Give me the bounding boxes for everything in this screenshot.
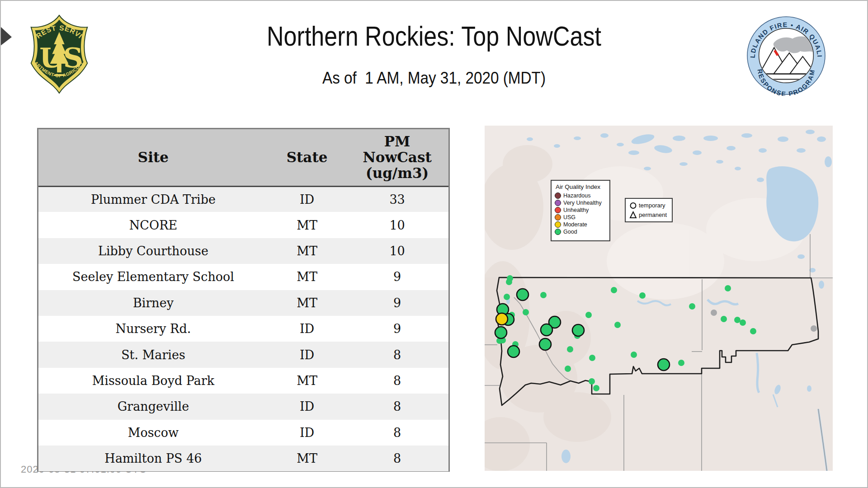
column-header-pm-nowcast: PM NowCast (ug/m3)	[346, 129, 448, 186]
map-canvas	[485, 126, 833, 471]
site-cell: St. Maries	[38, 342, 268, 367]
value-cell: 10	[346, 238, 448, 264]
map-marker-temporary	[614, 322, 621, 328]
table-row: Libby CourthouseMT10	[38, 238, 448, 264]
state-cell: MT	[268, 238, 346, 264]
state-cell: ID	[268, 420, 346, 446]
value-cell: 9	[346, 290, 448, 316]
aqi-legend: Air Quality Index HazardousVery Unhealth…	[551, 180, 610, 241]
aqi-color-dot-icon	[555, 192, 561, 199]
aqi-color-dot-icon	[555, 207, 561, 213]
map-marker-temporary	[678, 360, 684, 366]
map-marker-temporary	[540, 292, 547, 298]
site-cell: Nursery Rd.	[38, 316, 268, 342]
map-marker-temporary	[589, 355, 595, 361]
aqi-color-dot-icon	[555, 229, 561, 235]
map-marker-temporary	[721, 316, 727, 322]
nowcast-table: Site State PM NowCast (ug/m3) Plummer CD…	[37, 128, 450, 472]
page-title: Northern Rockies: Top NowCast	[165, 20, 704, 52]
temporary-label: temporary	[639, 202, 665, 209]
site-cell: Moscow	[38, 420, 268, 446]
map-marker-temporary	[725, 285, 731, 291]
map-marker-permanent	[539, 338, 551, 350]
corner-mark	[0, 26, 18, 49]
map-marker-temporary	[689, 303, 695, 310]
map-marker-permanent	[495, 327, 507, 338]
site-cell: NCORE	[38, 212, 268, 238]
value-cell: 33	[346, 186, 448, 212]
site-cell: Libby Courthouse	[38, 238, 268, 264]
map-marker-temporary	[523, 309, 529, 315]
permanent-symbol-icon	[629, 211, 637, 219]
aqi-legend-item: Good	[555, 228, 609, 235]
aqi-color-dot-icon	[555, 200, 561, 206]
permanent-label: permanent	[639, 211, 667, 218]
map-marker-temporary	[567, 346, 573, 352]
value-cell: 8	[346, 446, 448, 471]
table-row: NCOREMT10	[38, 212, 448, 238]
aqi-item-label: Unhealthy	[563, 207, 589, 213]
aqi-legend-item: Unhealthy	[555, 206, 609, 214]
value-cell: 9	[346, 264, 448, 290]
aqi-color-dot-icon	[555, 221, 561, 228]
state-cell: MT	[268, 212, 346, 238]
map-marker-temporary	[711, 310, 717, 316]
site-cell: Grangeville	[38, 394, 268, 419]
air-quality-map: Air Quality Index HazardousVery Unhealth…	[485, 126, 833, 471]
aqi-item-label: Hazardous	[563, 192, 590, 199]
symbol-legend: temporary permanent	[625, 198, 673, 222]
table-row: MoscowID8	[38, 420, 448, 446]
map-marker-permanent	[572, 324, 584, 336]
site-cell: Hamilton PS 46	[38, 446, 268, 471]
table-row: Seeley Elementary SchoolMT9	[38, 264, 448, 290]
table-header-row: Site State PM NowCast (ug/m3)	[38, 129, 448, 186]
state-cell: ID	[268, 394, 346, 419]
map-marker-temporary	[506, 279, 512, 285]
value-cell: 8	[346, 394, 448, 419]
aqi-color-dot-icon	[555, 214, 561, 221]
map-marker-permanent	[517, 289, 528, 300]
map-marker-permanent	[508, 346, 519, 357]
map-marker-permanent	[658, 359, 670, 371]
state-cell: MT	[268, 264, 346, 290]
map-marker-temporary	[639, 292, 646, 299]
map-marker-temporary	[565, 366, 571, 372]
aqi-item-label: USG	[563, 214, 576, 221]
page-subtitle: As of 1 AM, May 31, 2020 (MDT)	[145, 69, 723, 88]
aqi-item-label: Moderate	[563, 221, 587, 228]
map-marker-temporary	[585, 312, 592, 318]
state-cell: ID	[268, 186, 346, 212]
table-row: BirneyMT9	[38, 290, 448, 316]
site-cell: Plummer CDA Tribe	[38, 186, 268, 212]
map-marker-temporary	[811, 325, 817, 332]
temporary-symbol-icon	[629, 202, 637, 209]
map-marker-temporary	[589, 378, 595, 385]
column-header-state: State	[268, 129, 346, 186]
table-row: GrangevilleID8	[38, 394, 448, 419]
site-cell: Birney	[38, 290, 268, 316]
map-marker-temporary	[750, 328, 756, 334]
aqi-legend-item: Hazardous	[555, 192, 609, 199]
table-row: St. MariesID8	[38, 342, 448, 367]
map-marker-temporary	[593, 385, 599, 391]
map-marker-temporary	[631, 352, 637, 358]
forest-service-logo: FOREST SERVICE U S DEPARTMENT OF AGRICUL…	[25, 14, 94, 94]
value-cell: 8	[346, 420, 448, 446]
map-marker-permanent	[541, 324, 552, 336]
site-cell: Missoula Boyd Park	[38, 368, 268, 394]
aqi-legend-item: Moderate	[555, 221, 609, 228]
map-marker-temporary	[740, 319, 746, 326]
state-cell: ID	[268, 316, 346, 342]
value-cell: 9	[346, 316, 448, 342]
table-row: Nursery Rd.ID9	[38, 316, 448, 342]
aqi-legend-item: USG	[555, 214, 609, 221]
table-row: Hamilton PS 46MT8	[38, 446, 448, 471]
aqi-item-label: Good	[563, 229, 577, 235]
state-cell: ID	[268, 342, 346, 367]
value-cell: 8	[346, 342, 448, 367]
table-row: Plummer CDA TribeID33	[38, 186, 448, 212]
value-cell: 10	[346, 212, 448, 238]
state-cell: MT	[268, 368, 346, 394]
column-header-site: Site	[38, 129, 268, 186]
state-cell: MT	[268, 290, 346, 316]
